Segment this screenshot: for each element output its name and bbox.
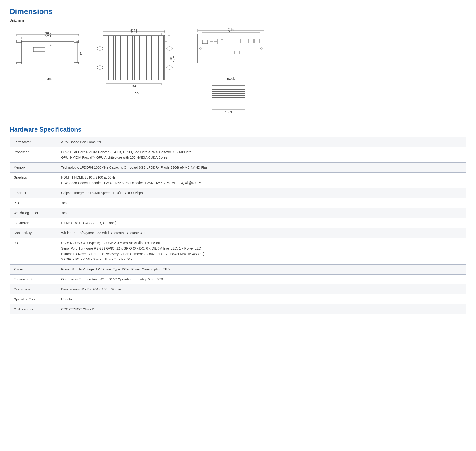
spec-label: Graphics <box>10 173 57 188</box>
table-row: EthernetChipset: Integrated RGMII Speed:… <box>10 188 466 198</box>
spec-value: USB: 4 x USB 3.0 Type-A; 1 x USB 2.0 Mic… <box>57 238 466 264</box>
spec-label: Ethernet <box>10 188 57 198</box>
spec-value-line: Power Supply Voltage: 19V Power Type: DC… <box>61 267 463 272</box>
svg-rect-92 <box>212 85 245 107</box>
table-row: I/OUSB: 4 x USB 3.0 Type-A; 1 x USB 2.0 … <box>10 238 466 264</box>
svg-rect-3 <box>17 62 21 64</box>
svg-rect-83 <box>241 51 246 54</box>
table-row: WatchDog TimerYes <box>10 208 466 218</box>
svg-point-81 <box>260 48 262 50</box>
svg-text:222.9: 222.9 <box>44 35 51 38</box>
table-row: MechanicalDimensions (W x D): 204 x 138 … <box>10 284 466 294</box>
spec-label: Operating System <box>10 294 57 304</box>
svg-rect-21 <box>103 35 165 80</box>
svg-text:204: 204 <box>132 85 136 88</box>
svg-rect-76 <box>221 39 223 42</box>
table-row: GraphicsHDMI: 1 HDMI, 3840 x 2160 at 60H… <box>10 173 466 188</box>
svg-rect-72 <box>210 39 213 41</box>
svg-rect-4 <box>74 62 79 64</box>
spec-value: Yes <box>57 198 466 208</box>
top-diagram-svg: 240.5 222.9 137.9 84 <box>95 27 176 89</box>
spec-label: Memory <box>10 163 57 173</box>
spec-value: CPU: Dual-Core NVIDIA Denver 2 64-Bit, C… <box>57 147 466 163</box>
svg-text:137.9: 137.9 <box>225 111 232 113</box>
spec-label: Form factor <box>10 137 57 147</box>
spec-value-line: SPDIF: - I²C: - CAN:- System Bus:- Touch… <box>61 257 463 262</box>
top-label: Top <box>133 91 139 95</box>
spec-value-line: CCC/CE/FCC Class B <box>61 307 463 312</box>
specs-table: Form factorARM-Based Box ComputerProcess… <box>10 137 466 314</box>
table-row: PowerPower Supply Voltage: 19V Power Typ… <box>10 264 466 275</box>
front-label: Front <box>43 77 52 81</box>
svg-text:222.9: 222.9 <box>228 30 234 33</box>
specs-section: Hardware Specifications Form factorARM-B… <box>10 126 466 314</box>
table-row: ConnectivityWiFi: 802.11a/b/g/n/ac 2×2 W… <box>10 228 466 238</box>
back-diagram-svg: 240.5 222.9 <box>190 27 271 72</box>
svg-rect-73 <box>210 42 213 44</box>
table-row: Operating SystemUbuntu <box>10 294 466 304</box>
back-label: Back <box>227 77 235 81</box>
svg-text:72.5: 72.5 <box>80 50 83 55</box>
dimensions-section: Dimensions Unit: mm <box>10 7 466 114</box>
spec-label: Environment <box>10 275 57 284</box>
diagram-front: 222.9 240.5 72.5 Front <box>14 27 81 81</box>
spec-label: I/O <box>10 238 57 264</box>
table-row: RTCYes <box>10 198 466 208</box>
svg-point-6 <box>50 44 52 46</box>
spec-value-line: Button: 1 x Reset Button, 1 x Recovery B… <box>61 251 463 257</box>
spec-value: CCC/CE/FCC Class B <box>57 304 466 314</box>
svg-point-80 <box>199 48 201 50</box>
svg-rect-0 <box>21 41 74 63</box>
svg-rect-74 <box>214 39 217 41</box>
spec-value-line: Ubuntu <box>61 297 463 302</box>
svg-rect-24 <box>103 36 165 80</box>
spec-value-line: Dimensions (W x D): 204 x 138 x 67 mm <box>61 287 463 292</box>
svg-rect-70 <box>197 34 264 63</box>
dimensions-title: Dimensions <box>10 7 466 16</box>
svg-rect-77 <box>240 39 247 43</box>
spec-label: Connectivity <box>10 228 57 238</box>
svg-text:137.9: 137.9 <box>173 56 176 62</box>
specs-title: Hardware Specifications <box>10 126 466 133</box>
svg-text:84: 84 <box>170 57 172 60</box>
spec-value: ARM-Based Box Computer <box>57 137 466 147</box>
svg-rect-1 <box>17 40 21 43</box>
spec-value-line: HDMI: 1 HDMI, 3840 x 2160 at 60Hz <box>61 175 463 180</box>
spec-value: Chipset: Integrated RGMII Speed: 1 10/10… <box>57 188 466 198</box>
spec-value: WiFi: 802.11a/b/g/n/ac 2×2 WiFi Bluetoot… <box>57 228 466 238</box>
table-row: ExpansionSATA: (2.5" HDD/SSD 1TB, Option… <box>10 218 466 228</box>
front-diagram-svg: 222.9 240.5 72.5 <box>14 27 81 75</box>
spec-value: Technology: LPDDR4 1600MHz Capacity: On-… <box>57 163 466 173</box>
spec-value-line: USB: 4 x USB 3.0 Type-A; 1 x USB 2.0 Mic… <box>61 240 463 245</box>
spec-label: Power <box>10 264 57 275</box>
diagram-top: 240.5 222.9 137.9 84 <box>95 27 176 95</box>
spec-value-line: Yes <box>61 200 463 206</box>
table-row: MemoryTechnology: LPDDR4 1600MHz Capacit… <box>10 163 466 173</box>
spec-label: Processor <box>10 147 57 163</box>
spec-value-line: SATA: (2.5" HDD/SSD 1TB, Optional) <box>61 220 463 226</box>
spec-label: Mechanical <box>10 284 57 294</box>
side-diagram-svg: 137.9 <box>207 83 255 114</box>
spec-value: Power Supply Voltage: 19V Power Type: DC… <box>57 264 466 275</box>
spec-value: Dimensions (W x D): 204 x 138 x 67 mm <box>57 284 466 294</box>
svg-text:240.5: 240.5 <box>44 32 51 34</box>
spec-value-line: GPU: NVIDIA Pascal™ GPU Architecture wit… <box>61 155 463 160</box>
spec-value-line: ARM-Based Box Computer <box>61 140 463 145</box>
spec-label: WatchDog Timer <box>10 208 57 218</box>
spec-value: HDMI: 1 HDMI, 3840 x 2160 at 60HzH/W Vid… <box>57 173 466 188</box>
spec-value-line: CPU: Dual-Core NVIDIA Denver 2 64-Bit, C… <box>61 150 463 155</box>
svg-rect-5 <box>33 47 45 52</box>
svg-rect-78 <box>249 39 254 43</box>
diagrams-row: 222.9 240.5 72.5 Front <box>14 27 466 114</box>
diagram-back-side: 240.5 222.9 Back <box>190 27 271 114</box>
table-row: ProcessorCPU: Dual-Core NVIDIA Denver 2 … <box>10 147 466 163</box>
spec-value-line: Yes <box>61 211 463 215</box>
spec-value-line: Serial Port: 1 x 4-wire RS-232 GPIO: 12 … <box>61 246 463 251</box>
svg-rect-93 <box>212 86 245 106</box>
svg-rect-82 <box>235 51 240 54</box>
svg-text:222.9: 222.9 <box>130 31 137 34</box>
table-row: EnvironmentOperational Temperature: -20 … <box>10 275 466 284</box>
svg-point-23 <box>167 66 172 69</box>
svg-point-19 <box>97 47 103 50</box>
spec-value: SATA: (2.5" HDD/SSD 1TB, Optional) <box>57 218 466 228</box>
